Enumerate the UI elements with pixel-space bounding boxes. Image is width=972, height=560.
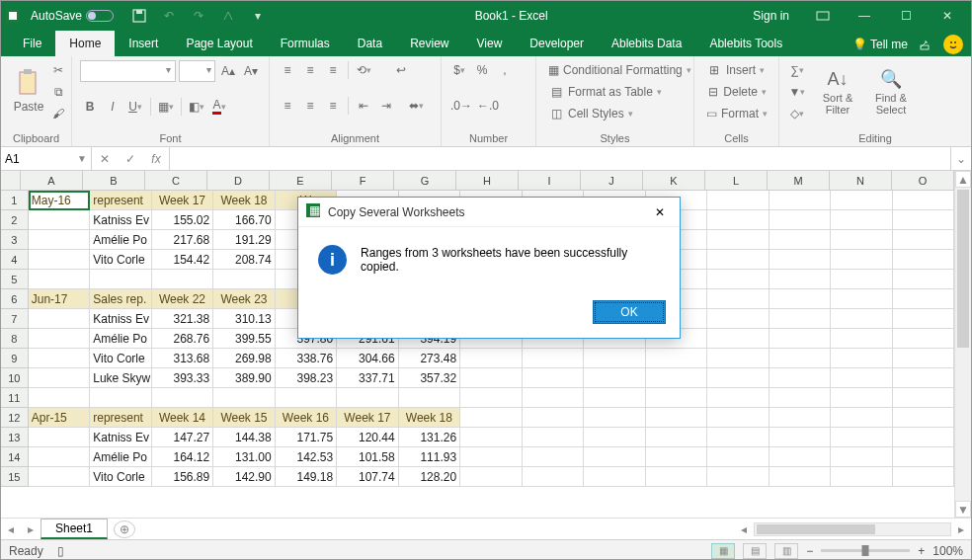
cell[interactable] xyxy=(523,428,584,447)
select-all-corner[interactable] xyxy=(1,171,21,190)
column-header[interactable]: N xyxy=(830,171,892,190)
cell[interactable] xyxy=(460,368,522,388)
cell[interactable] xyxy=(29,349,90,368)
cell[interactable]: 144.38 xyxy=(213,428,275,447)
cell[interactable] xyxy=(707,368,769,388)
cell[interactable]: 142.53 xyxy=(276,447,337,467)
column-header[interactable]: O xyxy=(892,171,954,190)
bold-button[interactable]: B xyxy=(80,97,100,117)
align-right-icon[interactable]: ≡ xyxy=(323,96,343,116)
column-header[interactable]: E xyxy=(270,171,332,190)
feedback-smiley-icon[interactable] xyxy=(943,35,963,54)
increase-indent-icon[interactable]: ⇥ xyxy=(376,96,396,116)
sheet-nav-first-icon[interactable]: ◂ xyxy=(1,522,21,536)
cell[interactable] xyxy=(584,368,645,388)
cell[interactable] xyxy=(29,270,90,289)
cell[interactable]: 399.55 xyxy=(213,329,275,349)
increase-decimal-icon[interactable]: .0→ xyxy=(449,96,473,116)
cell[interactable]: Vito Corle xyxy=(90,467,151,487)
cell[interactable] xyxy=(831,329,892,349)
maximize-icon[interactable]: ☐ xyxy=(886,2,926,30)
cell[interactable]: Luke Skyw xyxy=(90,368,151,388)
cell[interactable] xyxy=(523,349,584,368)
cell[interactable] xyxy=(770,447,831,467)
cell[interactable] xyxy=(707,191,769,210)
format-painter-icon[interactable]: 🖌 xyxy=(48,104,68,123)
cell[interactable] xyxy=(893,230,954,250)
cell[interactable]: Amélie Po xyxy=(90,230,151,250)
cell[interactable]: 128.20 xyxy=(399,467,460,487)
cell[interactable] xyxy=(770,408,831,428)
cell[interactable]: 269.98 xyxy=(213,349,275,368)
cell[interactable]: Week 17 xyxy=(152,191,213,210)
cell[interactable] xyxy=(523,388,584,408)
cell[interactable] xyxy=(707,230,769,250)
name-box[interactable]: A1▼ xyxy=(1,147,92,170)
row-header[interactable]: 10 xyxy=(1,368,29,388)
cell[interactable] xyxy=(893,270,954,289)
align-top-icon[interactable]: ≡ xyxy=(278,60,297,80)
cell[interactable]: Week 14 xyxy=(152,408,213,428)
cell[interactable] xyxy=(893,408,954,428)
font-color-icon[interactable]: A xyxy=(209,97,229,117)
cell[interactable] xyxy=(707,329,769,349)
tab-developer[interactable]: Developer xyxy=(516,31,598,56)
close-icon[interactable]: ✕ xyxy=(928,2,967,30)
cell[interactable]: Katniss Ev xyxy=(90,210,151,230)
align-left-icon[interactable]: ≡ xyxy=(278,96,297,116)
expand-formula-bar-icon[interactable]: ⌄ xyxy=(951,147,971,170)
macro-record-icon[interactable]: ▯ xyxy=(57,544,64,558)
tab-page-layout[interactable]: Page Layout xyxy=(172,31,266,56)
cell[interactable] xyxy=(29,428,90,447)
cell[interactable] xyxy=(90,270,151,289)
cell[interactable] xyxy=(770,250,831,270)
tab-ablebits-tools[interactable]: Ablebits Tools xyxy=(695,31,796,56)
cell[interactable] xyxy=(460,349,522,368)
ok-button[interactable]: OK xyxy=(593,300,666,324)
scroll-down-icon[interactable]: ▼ xyxy=(955,501,971,518)
italic-button[interactable]: I xyxy=(103,97,122,117)
cell[interactable]: 142.90 xyxy=(213,467,275,487)
accounting-format-icon[interactable]: $ xyxy=(449,60,469,80)
tab-ablebits-data[interactable]: Ablebits Data xyxy=(598,31,695,56)
cell[interactable]: 154.42 xyxy=(152,250,213,270)
borders-icon[interactable]: ▦ xyxy=(156,97,176,117)
cell[interactable]: Week 18 xyxy=(213,191,275,210)
cell[interactable]: Week 17 xyxy=(337,408,398,428)
sort-asc-icon[interactable] xyxy=(216,4,240,28)
cell[interactable]: 171.75 xyxy=(276,428,337,447)
cell[interactable] xyxy=(584,388,645,408)
enter-formula-icon[interactable]: ✓ xyxy=(118,152,143,166)
cell[interactable] xyxy=(831,309,892,329)
cell[interactable]: 191.29 xyxy=(213,230,275,250)
cell[interactable] xyxy=(770,191,831,210)
cell[interactable] xyxy=(29,210,90,230)
cell[interactable] xyxy=(29,368,90,388)
row-header[interactable]: 7 xyxy=(1,309,29,329)
cell[interactable]: 120.44 xyxy=(337,428,398,447)
cell[interactable] xyxy=(893,388,954,408)
cell[interactable] xyxy=(893,250,954,270)
cell[interactable] xyxy=(523,408,584,428)
format-as-table-button[interactable]: ▤Format as Table xyxy=(544,82,686,102)
cell[interactable]: 131.00 xyxy=(213,447,275,467)
cell[interactable] xyxy=(893,210,954,230)
zoom-level[interactable]: 100% xyxy=(932,544,963,558)
cell[interactable]: Amélie Po xyxy=(90,329,151,349)
row-header[interactable]: 15 xyxy=(1,467,29,487)
save-icon[interactable] xyxy=(127,4,151,28)
cell[interactable] xyxy=(646,368,707,388)
cell[interactable]: Amélie Po xyxy=(90,447,151,467)
column-header[interactable]: C xyxy=(145,171,207,190)
cell[interactable]: 398.23 xyxy=(276,368,337,388)
column-header[interactable]: B xyxy=(83,171,145,190)
cell[interactable] xyxy=(831,467,892,487)
cell[interactable] xyxy=(831,210,892,230)
qat-customize-icon[interactable]: ▾ xyxy=(246,4,270,28)
row-header[interactable]: 9 xyxy=(1,349,29,368)
cell[interactable] xyxy=(646,447,707,467)
decrease-indent-icon[interactable]: ⇤ xyxy=(354,96,373,116)
cell[interactable] xyxy=(707,309,769,329)
cell[interactable]: Apr-15 xyxy=(29,408,90,428)
cell[interactable] xyxy=(770,289,831,309)
